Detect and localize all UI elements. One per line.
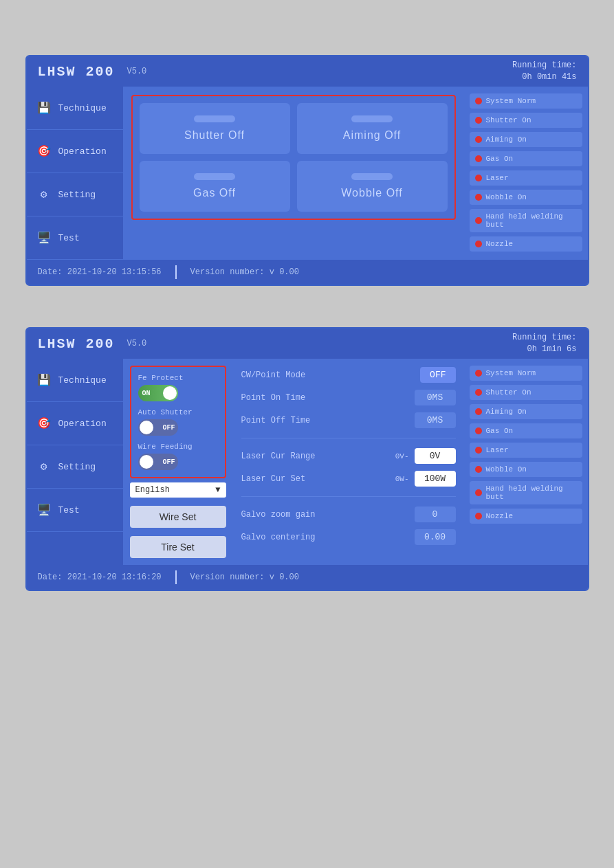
tire-set-button[interactable]: Tire Set — [130, 536, 226, 558]
wire-feeding-state: OFF — [162, 458, 175, 466]
cw-point-mode-value[interactable]: OFF — [420, 367, 455, 383]
btn-handle — [194, 173, 235, 180]
panel-1-version: V5.0 — [127, 67, 147, 76]
panel-2-title: LHSW 200 — [38, 336, 115, 352]
wire-feeding-label: Wire Feeding — [138, 443, 218, 451]
status-dot — [475, 427, 482, 434]
technique-icon: 💾 — [35, 99, 53, 117]
sidebar-label-technique: Technique — [58, 103, 107, 113]
language-label: English — [135, 485, 170, 495]
panel-1-body: 💾 Technique 🎯 Operation ⚙️ Setting 🖥️ Te… — [27, 87, 588, 260]
panel-2-version: V5.0 — [127, 339, 147, 348]
divider — [241, 438, 456, 438]
fe-protect-toggle-wrap: ON — [138, 385, 218, 401]
cw-point-mode-row: CW/Point Mode OFF — [241, 367, 456, 383]
aiming-off-label: Aiming Off — [343, 129, 401, 142]
galvo-zoom-gain-row: Galvo zoom gain 0 — [241, 507, 456, 522]
status-shutter-on: Shutter On — [470, 113, 582, 128]
language-dropdown[interactable]: English ▼ — [130, 482, 226, 498]
button-grid: Shutter Off Aiming Off Gas Off Wobble Of… — [131, 95, 456, 220]
status2-wobble-on: Wobble On — [470, 462, 582, 477]
galvo-zoom-gain-value[interactable]: 0 — [415, 507, 456, 522]
point-on-time-label: Point On Time — [241, 393, 409, 403]
sidebar-item-setting[interactable]: ⚙️ Setting — [27, 173, 123, 216]
panel-1-runtime: Running time: 0h 0min 41s — [512, 60, 577, 83]
sidebar2-label-technique: Technique — [58, 375, 107, 386]
sidebar-label-operation: Operation — [58, 146, 107, 157]
status-dot — [475, 489, 482, 496]
wire-feeding-row: Wire Feeding OFF — [138, 443, 218, 470]
aiming-off-button[interactable]: Aiming Off — [297, 103, 448, 154]
status-gas-on: Gas On — [470, 151, 582, 166]
laser-cur-range-label: Laser Cur Range — [241, 452, 390, 461]
wire-feeding-toggle[interactable]: OFF — [138, 454, 178, 470]
footer-date: Date: 2021-10-20 13:15:56 — [38, 267, 162, 277]
operation-icon: 🎯 — [35, 142, 53, 160]
test-icon: 🖥️ — [35, 229, 53, 247]
sidebar-item-test[interactable]: 🖥️ Test — [27, 216, 123, 260]
point-on-time-value[interactable]: 0MS — [415, 390, 456, 405]
galvo-centering-value[interactable]: 0.00 — [415, 529, 456, 545]
laser-cur-range-min: 0V- — [395, 452, 409, 460]
sidebar2-label-setting: Setting — [58, 462, 96, 472]
point-off-time-row: Point Off Time 0MS — [241, 412, 456, 428]
wire-feeding-toggle-wrap: OFF — [138, 454, 218, 470]
status2-system-norm: System Norm — [470, 366, 582, 381]
sidebar2-item-test[interactable]: 🖥️ Test — [27, 489, 123, 532]
status2-shutter-on: Shutter On — [470, 385, 582, 400]
toggle-knob — [140, 455, 153, 469]
sidebar-label-test: Test — [58, 233, 80, 243]
laser-cur-range-row: Laser Cur Range 0V- 0V — [241, 448, 456, 464]
footer-divider — [175, 265, 177, 279]
sidebar-item-technique[interactable]: 💾 Technique — [27, 87, 123, 130]
wobble-off-button[interactable]: Wobble Off — [297, 161, 448, 212]
laser-cur-set-value[interactable]: 100W — [415, 471, 456, 487]
galvo-centering-row: Galvo centering 0.00 — [241, 529, 456, 545]
status2-laser: Laser — [470, 443, 582, 458]
wire-set-button[interactable]: Wire Set — [130, 506, 226, 528]
panel-2-footer: Date: 2021-10-20 13:16:20 Version number… — [27, 565, 588, 590]
status-dot — [475, 447, 482, 454]
laser-cur-range-value[interactable]: 0V — [415, 448, 456, 464]
point-off-time-label: Point Off Time — [241, 416, 409, 425]
operation-icon: 🎯 — [35, 414, 53, 432]
left-controls: Fe Protect ON Auto Shutter OFF — [123, 359, 233, 565]
status-dot — [475, 217, 482, 224]
fe-protect-toggle[interactable]: ON — [138, 385, 178, 401]
sidebar2-item-setting[interactable]: ⚙️ Setting — [27, 445, 123, 489]
status-dot — [475, 466, 482, 473]
gas-off-button[interactable]: Gas Off — [140, 161, 290, 212]
status-dot — [475, 408, 482, 415]
settings-red-box: Fe Protect ON Auto Shutter OFF — [130, 366, 226, 478]
shutter-off-button[interactable]: Shutter Off — [140, 103, 290, 154]
panel-1-header: LHSW 200 V5.0 Running time: 0h 0min 41s — [27, 56, 588, 87]
status-aiming-on: Aiming On — [470, 132, 582, 147]
setting-icon: ⚙️ — [35, 458, 53, 476]
sidebar2-label-test: Test — [58, 505, 80, 515]
auto-shutter-toggle[interactable]: OFF — [138, 419, 178, 436]
sidebar2-item-technique[interactable]: 💾 Technique — [27, 359, 123, 402]
laser-cur-set-min: 0W- — [395, 475, 409, 483]
status2-hand-held: Hand held welding butt — [470, 481, 582, 504]
status-system-norm: System Norm — [470, 93, 582, 109]
test-icon: 🖥️ — [35, 501, 53, 519]
footer-version: Version number: v 0.00 — [190, 267, 299, 277]
point-on-time-row: Point On Time 0MS — [241, 390, 456, 405]
footer2-version: Version number: v 0.00 — [190, 572, 299, 582]
panel-1-sidebar: 💾 Technique 🎯 Operation ⚙️ Setting 🖥️ Te… — [27, 87, 123, 260]
sidebar-item-operation[interactable]: 🎯 Operation — [27, 130, 123, 173]
fe-protect-row: Fe Protect ON — [138, 374, 218, 401]
panel-2-body: 💾 Technique 🎯 Operation ⚙️ Setting 🖥️ Te… — [27, 359, 588, 565]
cw-point-mode-label: CW/Point Mode — [241, 370, 415, 380]
status-dot — [475, 136, 482, 143]
point-off-time-value[interactable]: 0MS — [415, 412, 456, 428]
auto-shutter-row: Auto Shutter OFF — [138, 408, 218, 436]
galvo-centering-label: Galvo centering — [241, 533, 409, 542]
panel-1-title: LHSW 200 — [38, 64, 115, 80]
status2-aiming-on: Aiming On — [470, 404, 582, 419]
fe-protect-state: ON — [142, 390, 151, 397]
sidebar2-item-operation[interactable]: 🎯 Operation — [27, 402, 123, 445]
sidebar-label-setting: Setting — [58, 190, 96, 200]
setting-icon: ⚙️ — [35, 186, 53, 203]
technique-icon: 💾 — [35, 371, 53, 389]
